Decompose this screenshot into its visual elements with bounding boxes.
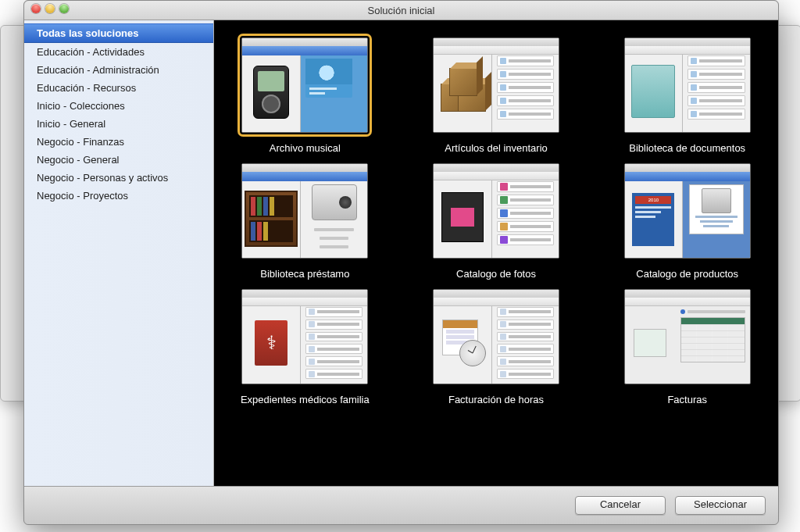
template-label: Catalogo de fotos xyxy=(456,268,536,280)
sidebar-item-9[interactable]: Negocio - Proyectos xyxy=(24,187,213,205)
template-timebill[interactable]: Facturación de horas xyxy=(424,289,569,405)
template-thumbnail xyxy=(241,163,368,259)
template-grid: Archivo musical Artículos del inventario… xyxy=(214,20,778,486)
medical-book-icon: ⚕ xyxy=(255,320,288,366)
cancel-button[interactable]: Cancelar xyxy=(575,496,666,515)
template-products[interactable]: 2010 Catalogo de productos xyxy=(615,163,759,280)
template-lending[interactable]: Biblioteca préstamo xyxy=(233,163,377,280)
ipod-icon xyxy=(253,66,289,119)
template-label: Facturación de horas xyxy=(448,394,544,405)
sidebar-item-4[interactable]: Inicio - Colecciones xyxy=(24,97,213,115)
sidebar-item-8[interactable]: Negocio - Personas y activos xyxy=(24,169,213,187)
boxes-icon xyxy=(436,65,489,118)
select-button[interactable]: Seleccionar xyxy=(675,496,766,515)
category-sidebar: Todas las solucionesEducación - Activida… xyxy=(24,20,214,486)
template-label: Artículos del inventario xyxy=(445,142,548,154)
sidebar-item-5[interactable]: Inicio - General xyxy=(24,115,213,133)
template-invoice[interactable]: Facturas xyxy=(615,289,759,405)
album-art-icon xyxy=(305,59,352,98)
template-label: Biblioteca de documentos xyxy=(629,142,745,154)
printer-card-icon xyxy=(689,184,744,234)
sidebar-item-0[interactable]: Todas las soluciones xyxy=(24,23,213,43)
dialog-footer: Cancelar Seleccionar xyxy=(24,487,778,524)
template-music[interactable]: Archivo musical xyxy=(233,37,377,154)
sidebar-item-2[interactable]: Educación - Administración xyxy=(24,61,213,79)
sidebar-item-7[interactable]: Negocio - General xyxy=(24,151,213,169)
catalog-card-icon: 2010 xyxy=(632,193,674,246)
template-thumbnail xyxy=(241,37,368,133)
window-controls xyxy=(31,4,69,13)
template-photos[interactable]: Catalogo de fotos xyxy=(424,163,569,280)
template-thumbnail xyxy=(433,289,559,384)
photo-album-icon xyxy=(441,192,484,242)
template-inventory[interactable]: Artículos del inventario xyxy=(424,37,569,154)
template-thumbnail xyxy=(433,163,559,259)
invoice-totals-icon xyxy=(634,329,666,357)
titlebar: Solución inicial xyxy=(24,1,778,20)
minimize-icon[interactable] xyxy=(45,4,55,13)
sidebar-item-3[interactable]: Educación - Recursos xyxy=(24,79,213,97)
zoom-icon[interactable] xyxy=(59,4,69,13)
template-thumbnail xyxy=(433,37,559,133)
dialog-body: Todas las solucionesEducación - Activida… xyxy=(24,20,778,487)
template-label: Catalogo de productos xyxy=(636,268,738,280)
template-label: Archivo musical xyxy=(270,142,341,154)
close-icon[interactable] xyxy=(31,4,41,13)
bookshelf-icon xyxy=(245,191,298,247)
sidebar-item-6[interactable]: Negocio - Finanzas xyxy=(24,133,213,151)
invoice-table-icon xyxy=(680,317,745,362)
calendar-clock-icon xyxy=(439,320,486,366)
template-thumbnail xyxy=(624,289,751,384)
template-thumbnail xyxy=(624,37,751,133)
template-medical[interactable]: ⚕ Expedientes médicos familia xyxy=(233,289,377,405)
template-thumbnail: 2010 xyxy=(624,163,751,259)
document-icon xyxy=(631,65,675,118)
template-thumbnail: ⚕ xyxy=(241,289,368,384)
template-label: Expedientes médicos familia xyxy=(241,394,370,405)
projector-icon xyxy=(312,184,357,220)
sidebar-item-1[interactable]: Educación - Actividades xyxy=(24,43,213,61)
window-title: Solución inicial xyxy=(24,5,778,16)
template-doclib[interactable]: Biblioteca de documentos xyxy=(615,37,759,154)
template-label: Facturas xyxy=(667,394,707,405)
template-chooser-dialog: Solución inicial Todas las solucionesEdu… xyxy=(23,0,779,525)
template-label: Biblioteca préstamo xyxy=(260,268,349,280)
